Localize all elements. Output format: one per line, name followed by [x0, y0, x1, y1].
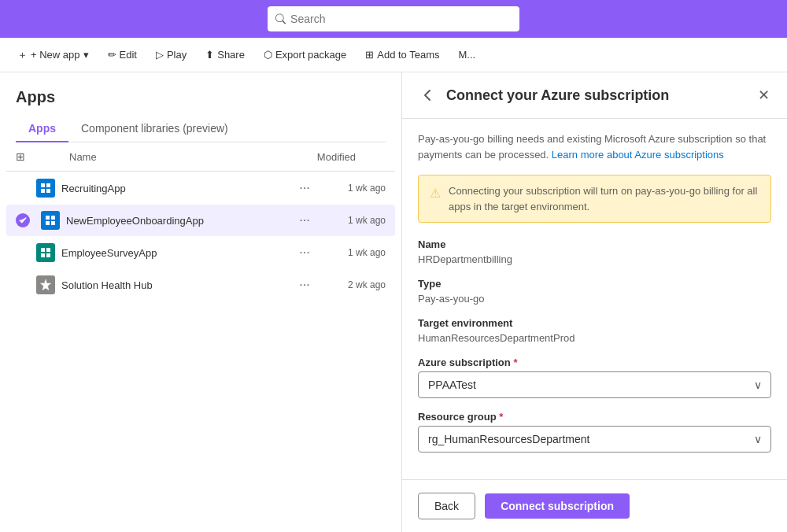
close-button[interactable]: ✕ [756, 85, 771, 105]
svg-rect-3 [46, 189, 50, 193]
row-more-icon[interactable]: ··· [293, 278, 316, 292]
app-icon [36, 243, 55, 262]
type-field-group: Type Pay-as-you-go [418, 278, 771, 305]
app-icon [36, 179, 55, 198]
app-name: RecruitingApp [61, 183, 286, 194]
app-name: EmployeeSurveyApp [61, 247, 286, 259]
row-more-icon[interactable]: ··· [293, 181, 316, 195]
share-icon: ⬆ [205, 49, 214, 61]
app-modified: 1 wk ago [323, 247, 386, 258]
panel-header: Connect your Azure subscription ✕ [402, 72, 787, 119]
play-icon: ▷ [156, 49, 164, 61]
back-button[interactable]: Back [418, 493, 475, 519]
dropdown-icon: ▾ [83, 49, 89, 61]
row-checkbox-checked [16, 213, 35, 227]
app-icon [36, 275, 55, 294]
app-modified: 2 wk ago [323, 279, 386, 290]
header-check: ⊞ [16, 150, 35, 163]
name-value: HRDepartmentbilling [418, 253, 771, 265]
type-value: Pay-as-you-go [418, 293, 771, 305]
name-field-group: Name HRDepartmentbilling [418, 238, 771, 265]
svg-rect-1 [46, 183, 50, 187]
apps-table: ⊞ Name Modified RecruitingApp ··· 1 wk a… [0, 142, 401, 532]
svg-rect-4 [46, 216, 50, 220]
teams-icon: ⊞ [365, 49, 374, 61]
subscription-field-group: Azure subscription * PPAATest [418, 357, 771, 398]
target-env-value: HumanResourcesDepartmentProd [418, 332, 771, 344]
target-env-label: Target environment [418, 317, 771, 329]
resource-group-select[interactable]: rg_HumanResourcesDepartment [418, 426, 771, 453]
search-icon [275, 13, 286, 24]
svg-rect-0 [41, 183, 45, 187]
header-modified: Modified [293, 151, 356, 163]
row-checkbox [16, 278, 30, 292]
tab-component-libraries[interactable]: Component libraries (preview) [68, 116, 241, 142]
svg-rect-10 [41, 253, 45, 257]
panel-description: Pay-as-you-go billing needs and existing… [418, 131, 771, 162]
type-label: Type [418, 278, 771, 290]
name-label: Name [418, 238, 771, 250]
back-arrow-button[interactable] [418, 86, 437, 105]
svg-rect-5 [51, 216, 55, 220]
learn-more-link[interactable]: Learn more about Azure subscriptions [552, 149, 724, 161]
row-more-icon[interactable]: ··· [293, 246, 316, 260]
warning-text: Connecting your subscription will turn o… [449, 183, 759, 214]
action-bar: ＋ + New app ▾ ✏ Edit ▷ Play ⬆ Share ⬡ Ex… [0, 38, 787, 72]
more-button[interactable]: M... [451, 44, 484, 65]
required-indicator: * [513, 357, 517, 368]
panel-title: Connect your Azure subscription [446, 87, 747, 104]
new-app-button[interactable]: ＋ + New app ▾ [9, 43, 97, 67]
tab-apps[interactable]: Apps [16, 116, 68, 142]
search-input[interactable] [290, 13, 512, 25]
top-bar [0, 0, 787, 38]
svg-rect-6 [46, 221, 50, 225]
row-more-icon[interactable]: ··· [293, 213, 316, 227]
add-to-teams-button[interactable]: ⊞ Add to Teams [357, 44, 447, 65]
required-indicator: * [499, 411, 503, 423]
play-button[interactable]: ▷ Play [148, 44, 194, 65]
svg-rect-7 [51, 221, 55, 225]
app-modified: 1 wk ago [323, 215, 386, 226]
main-content: Apps Apps Component libraries (preview) … [0, 72, 787, 532]
page-title: Apps [16, 88, 386, 106]
tabs: Apps Component libraries (preview) [16, 116, 386, 142]
app-icon [41, 211, 60, 230]
subscription-label: Azure subscription * [418, 357, 771, 368]
table-row[interactable]: Solution Health Hub ··· 2 wk ago [6, 269, 395, 301]
connect-subscription-button[interactable]: Connect subscription [485, 493, 630, 519]
export-icon: ⬡ [264, 49, 272, 61]
row-checkbox [16, 246, 30, 260]
svg-rect-2 [41, 189, 45, 193]
svg-rect-11 [46, 253, 50, 257]
header-name: Name [69, 151, 286, 163]
subscription-select[interactable]: PPAATest [418, 371, 771, 398]
warning-icon: ⚠ [430, 184, 441, 203]
table-row[interactable]: NewEmployeeOnboardingApp ··· 1 wk ago [6, 205, 395, 236]
app-modified: 1 wk ago [323, 183, 386, 194]
panel-footer: Back Connect subscription [402, 479, 787, 532]
resource-group-select-wrapper: rg_HumanResourcesDepartment [418, 426, 771, 453]
svg-rect-8 [41, 248, 45, 252]
resource-group-label: Resource group * [418, 411, 771, 423]
table-row[interactable]: EmployeeSurveyApp ··· 1 wk ago [6, 237, 395, 268]
warning-banner: ⚠ Connecting your subscription will turn… [418, 175, 771, 223]
left-panel: Apps Apps Component libraries (preview) … [0, 72, 401, 532]
table-header: ⊞ Name Modified [6, 142, 395, 172]
target-env-field-group: Target environment HumanResourcesDepartm… [418, 317, 771, 344]
app-name: NewEmployeeOnboardingApp [66, 215, 286, 227]
resource-group-field-group: Resource group * rg_HumanResourcesDepart… [418, 411, 771, 453]
plus-icon: ＋ [17, 48, 28, 62]
edit-button[interactable]: ✏ Edit [100, 44, 145, 65]
share-button[interactable]: ⬆ Share [198, 44, 253, 65]
export-package-button[interactable]: ⬡ Export package [256, 44, 354, 65]
svg-rect-9 [46, 248, 50, 252]
app-name: Solution Health Hub [61, 279, 286, 291]
search-box[interactable] [268, 6, 519, 31]
right-panel: Connect your Azure subscription ✕ Pay-as… [401, 72, 787, 532]
edit-icon: ✏ [108, 49, 116, 61]
panel-body: Pay-as-you-go billing needs and existing… [402, 119, 787, 479]
row-checkbox [16, 181, 30, 195]
table-row[interactable]: RecruitingApp ··· 1 wk ago [6, 172, 395, 204]
left-panel-header: Apps Apps Component libraries (preview) [0, 72, 401, 142]
subscription-select-wrapper: PPAATest [418, 371, 771, 398]
